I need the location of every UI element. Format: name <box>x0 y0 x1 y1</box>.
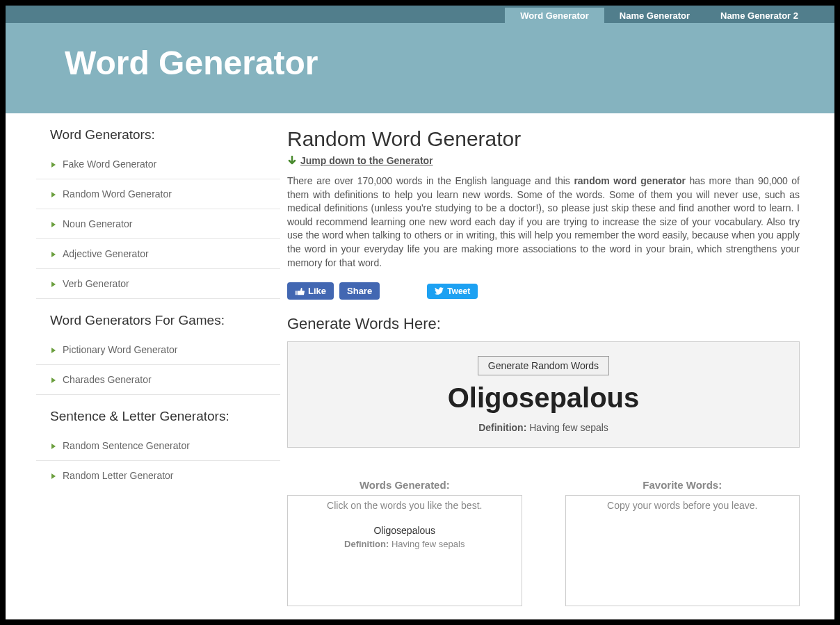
social-buttons: Like Share Tweet <box>287 282 800 300</box>
header: Word Generator <box>6 23 834 113</box>
bullet-arrow-icon <box>50 472 57 479</box>
sidebar-item-fake-word[interactable]: Fake Word Generator <box>36 149 280 179</box>
favorite-words-title: Favorite Words: <box>565 479 800 491</box>
bullet-arrow-icon <box>50 250 57 257</box>
generated-definition: Definition: Having few sepals <box>302 422 785 433</box>
sidebar-item-adjective[interactable]: Adjective Generator <box>36 239 280 269</box>
generator-box: Generate Random Words Oligosepalous Defi… <box>287 341 800 448</box>
sidebar-item-noun[interactable]: Noun Generator <box>36 209 280 239</box>
sidebar-item-random-word[interactable]: Random Word Generator <box>36 179 280 209</box>
sidebar-item-label: Random Letter Generator <box>63 470 174 481</box>
words-generated-hint: Click on the words you like the best. <box>292 500 517 511</box>
sidebar-item-label: Charades Generator <box>63 374 152 385</box>
sidebar-item-label: Fake Word Generator <box>63 159 156 170</box>
twitter-bird-icon <box>435 286 444 295</box>
generated-word-definition: Definition: Having few sepals <box>292 539 517 549</box>
generate-random-words-button[interactable]: Generate Random Words <box>478 356 609 375</box>
sidebar-item-label: Verb Generator <box>63 278 129 289</box>
bullet-arrow-icon <box>50 161 57 168</box>
favorite-words-hint: Copy your words before you leave. <box>570 500 795 511</box>
generated-word-item[interactable]: Oligosepalous <box>292 525 517 536</box>
page-title: Word Generator <box>65 44 834 82</box>
bullet-arrow-icon <box>50 220 57 227</box>
sidebar-item-letter[interactable]: Random Letter Generator <box>36 461 280 490</box>
words-generated-column: Words Generated: Click on the words you … <box>287 479 522 606</box>
sidebar-item-sentence[interactable]: Random Sentence Generator <box>36 431 280 461</box>
sidebar-item-label: Adjective Generator <box>63 248 149 259</box>
generated-word-display: Oligosepalous <box>302 382 785 414</box>
sidebar: Word Generators: Fake Word Generator Ran… <box>6 113 280 606</box>
top-navigation: Word Generator Name Generator Name Gener… <box>6 6 834 23</box>
nav-word-generator[interactable]: Word Generator <box>505 6 604 23</box>
intro-paragraph: There are over 170,000 words in the Engl… <box>287 174 800 270</box>
words-generated-title: Words Generated: <box>287 479 522 491</box>
sidebar-item-label: Pictionary Word Generator <box>63 344 177 355</box>
sidebar-item-pictionary[interactable]: Pictionary Word Generator <box>36 335 280 365</box>
bullet-arrow-icon <box>50 442 57 449</box>
jump-to-generator-link[interactable]: Jump down to the Generator <box>300 155 433 166</box>
sidebar-item-label: Random Word Generator <box>63 188 172 200</box>
main-title: Random Word Generator <box>287 127 800 151</box>
bullet-arrow-icon <box>50 190 57 197</box>
sidebar-item-verb[interactable]: Verb Generator <box>36 269 280 299</box>
main-content: Random Word Generator Jump down to the G… <box>280 113 834 606</box>
down-arrow-icon <box>287 156 297 165</box>
facebook-like-button[interactable]: Like <box>287 282 334 300</box>
twitter-tweet-button[interactable]: Tweet <box>427 284 478 299</box>
facebook-share-button[interactable]: Share <box>339 282 380 300</box>
bullet-arrow-icon <box>50 376 57 383</box>
generate-section-title: Generate Words Here: <box>287 315 800 333</box>
thumbs-up-icon <box>295 286 305 296</box>
nav-name-generator[interactable]: Name Generator <box>604 6 705 23</box>
sidebar-section-title: Word Generators For Games: <box>36 299 280 335</box>
sidebar-item-label: Noun Generator <box>63 218 132 229</box>
favorite-words-box: Copy your words before you leave. <box>565 495 800 606</box>
sidebar-item-charades[interactable]: Charades Generator <box>36 365 280 395</box>
words-generated-box: Click on the words you like the best. Ol… <box>287 495 522 606</box>
nav-name-generator-2[interactable]: Name Generator 2 <box>705 6 814 23</box>
favorite-words-column: Favorite Words: Copy your words before y… <box>565 479 800 606</box>
bullet-arrow-icon <box>50 280 57 287</box>
sidebar-section-title: Word Generators: <box>36 113 280 149</box>
sidebar-item-label: Random Sentence Generator <box>63 440 190 451</box>
bullet-arrow-icon <box>50 346 57 353</box>
sidebar-section-title: Sentence & Letter Generators: <box>36 395 280 431</box>
